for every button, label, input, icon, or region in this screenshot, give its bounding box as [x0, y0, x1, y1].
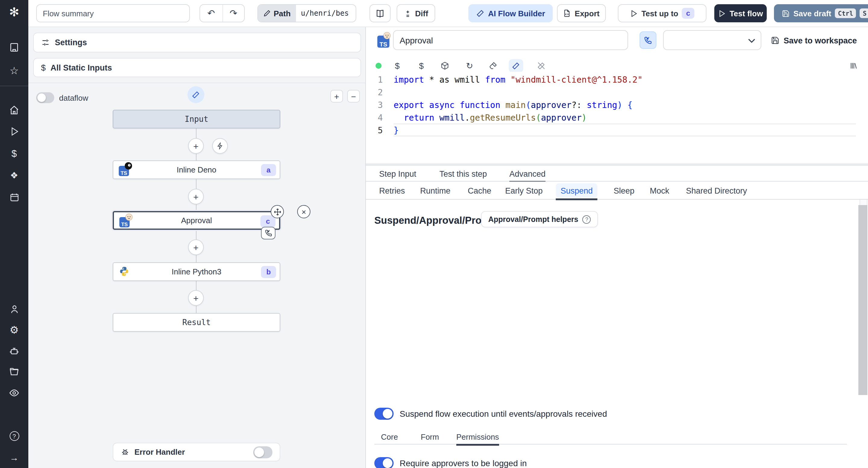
tab-sleep[interactable]: Sleep	[609, 183, 639, 198]
magic-wand-icon	[476, 9, 484, 18]
reload-icon[interactable]: ↻	[462, 59, 477, 72]
chevron-down-icon	[748, 38, 755, 43]
format-brush-icon[interactable]	[486, 59, 500, 72]
approval-prompt-helpers-button[interactable]: Approval/Prompt helpers ?	[481, 211, 598, 227]
undo-button[interactable]: ↶	[200, 5, 222, 22]
tab-retries[interactable]: Retries	[374, 183, 410, 198]
flow-editor-panel: Settings $ All Static Inputs dataflow + …	[28, 27, 366, 468]
tab-suspend[interactable]: Suspend	[556, 183, 598, 198]
dollar-icon: $	[41, 63, 46, 72]
pencil-icon	[264, 10, 271, 17]
step-name-input[interactable]: Approval	[393, 30, 628, 50]
audit-logs-eye-icon[interactable]	[0, 385, 28, 401]
play-icon	[718, 9, 726, 17]
save-to-workspace-button[interactable]: Save to workspace	[771, 32, 857, 49]
insert-step-button[interactable]: +	[188, 138, 204, 154]
code-lines: import * as wmill from "windmill-client@…	[394, 74, 856, 136]
save-draft-button[interactable]: Save draft Ctrl S	[774, 4, 868, 22]
test-up-to-button[interactable]: Test up to c	[618, 4, 707, 22]
library-icon[interactable]	[846, 59, 861, 72]
zoom-out-button[interactable]: −	[347, 90, 360, 103]
workspace-icon[interactable]	[0, 39, 28, 55]
node-result[interactable]: Result	[113, 313, 280, 332]
node-approval[interactable]: TS Approval c ×	[113, 211, 280, 230]
tab-core[interactable]: Core	[381, 429, 398, 444]
step-editor-panel: TS Approval Save to workspace $ $ ↻	[366, 27, 868, 468]
tab-shared-directory[interactable]: Shared Directory	[681, 183, 752, 198]
ai-disabled-wand-icon[interactable]	[534, 59, 549, 72]
workers-icon[interactable]	[0, 343, 28, 359]
path-value: u/henri/bes	[296, 9, 353, 18]
export-button[interactable]: Export	[557, 4, 606, 22]
expand-sidebar-icon[interactable]: →	[0, 449, 28, 465]
test-flow-button[interactable]: Test flow	[714, 4, 767, 22]
phone-incoming-icon	[264, 229, 272, 237]
book-icon	[375, 9, 384, 18]
edit-path-button[interactable]: Path	[258, 5, 296, 22]
windmill-logo-icon[interactable]: ✻	[0, 5, 28, 19]
help-icon[interactable]: ?	[0, 428, 28, 444]
tab-advanced[interactable]: Advanced	[509, 166, 546, 181]
resources-picker-icon[interactable]: $	[414, 59, 429, 72]
node-inline-deno[interactable]: TS Inline Deno a	[113, 160, 280, 179]
package-icon[interactable]	[438, 59, 452, 72]
script-version-dropdown[interactable]	[663, 30, 761, 50]
code-editor[interactable]: 12345 import * as wmill from "windmill-c…	[366, 72, 868, 164]
redo-button[interactable]: ↷	[222, 5, 244, 22]
zoom-in-button[interactable]: +	[330, 90, 343, 103]
docs-book-button[interactable]	[370, 4, 391, 22]
deno-ts-icon: TS	[119, 164, 131, 176]
tab-form[interactable]: Form	[421, 429, 439, 444]
path-group: Path u/henri/bes	[257, 4, 356, 22]
tab-permissions[interactable]: Permissions	[456, 429, 499, 444]
play-icon	[630, 9, 638, 17]
diff-button[interactable]: Diff	[397, 4, 435, 22]
all-static-inputs-button[interactable]: $ All Static Inputs	[33, 58, 361, 77]
insert-step-button[interactable]: +	[188, 290, 204, 306]
node-input[interactable]: Input	[113, 110, 280, 128]
undo-redo-group: ↶ ↷	[199, 4, 245, 22]
error-handler-row[interactable]: Error Handler	[113, 443, 280, 461]
panel-scrollbar[interactable]	[858, 205, 867, 395]
sidebar-divider	[0, 86, 28, 86]
suspend-phone-button[interactable]	[640, 31, 656, 49]
settings-gear-icon[interactable]: ⚙	[0, 322, 28, 338]
insert-step-button[interactable]: +	[188, 239, 204, 255]
variables-icon[interactable]: $	[0, 146, 28, 162]
tab-runtime[interactable]: Runtime	[415, 183, 456, 198]
ai-assistant-wand-icon[interactable]	[509, 59, 523, 72]
dataflow-toggle[interactable]	[36, 92, 54, 103]
delete-step-button[interactable]: ×	[297, 205, 310, 218]
tab-step-input[interactable]: Step Input	[379, 166, 416, 181]
variables-picker-icon[interactable]: $	[390, 59, 404, 72]
ai-flow-builder-button[interactable]: AI Flow Builder	[468, 4, 553, 22]
save-icon	[782, 9, 790, 17]
flow-settings-button[interactable]: Settings	[33, 33, 361, 53]
runs-icon[interactable]	[0, 124, 28, 139]
bun-ts-icon: TS	[377, 34, 390, 46]
home-icon[interactable]	[0, 102, 28, 118]
users-icon[interactable]	[0, 301, 28, 317]
graph-ai-wand-button[interactable]	[187, 86, 204, 103]
suspend-toggle[interactable]	[374, 408, 394, 420]
panel-resize-handle[interactable]	[366, 164, 868, 166]
schedules-icon[interactable]	[0, 189, 28, 205]
move-step-button[interactable]	[271, 205, 284, 218]
advanced-tabs: Retries Runtime Cache Early Stop Suspend…	[366, 181, 868, 200]
require-login-toggle[interactable]	[374, 457, 394, 468]
tab-early-stop[interactable]: Early Stop	[500, 183, 548, 198]
lightning-icon	[216, 142, 224, 150]
resources-icon[interactable]: ❖	[0, 168, 28, 183]
tab-test-this-step[interactable]: Test this step	[439, 166, 487, 181]
insert-step-button[interactable]: +	[188, 189, 204, 204]
bun-emoji-icon	[383, 32, 391, 39]
step-tabs: Step Input Test this step Advanced	[366, 166, 868, 181]
folders-icon[interactable]	[0, 364, 28, 379]
favorites-icon[interactable]: ☆	[0, 63, 28, 79]
error-handler-toggle[interactable]	[253, 446, 273, 458]
tab-mock[interactable]: Mock	[645, 183, 674, 198]
trigger-button[interactable]	[212, 138, 228, 154]
flow-summary-input[interactable]: Flow summary	[36, 4, 190, 22]
node-inline-python3[interactable]: Inline Python3 b	[113, 262, 280, 281]
tab-cache[interactable]: Cache	[463, 183, 496, 198]
